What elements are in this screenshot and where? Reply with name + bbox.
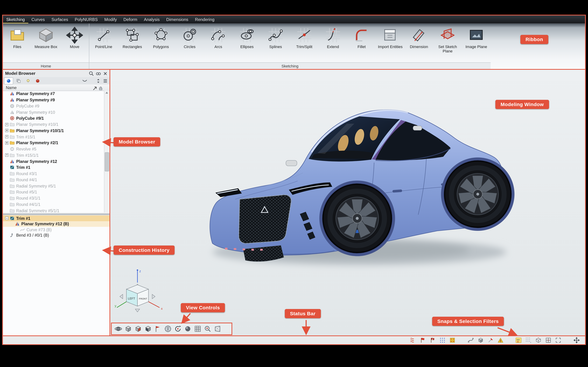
tree-item[interactable]: Revolve #5 [3, 146, 104, 152]
ribbon-button-rectangles[interactable]: Rectangles [118, 23, 147, 49]
filter-solids-icon[interactable] [477, 337, 484, 344]
expand-icon[interactable]: + [5, 141, 9, 144]
shaded-render-icon[interactable] [183, 324, 193, 334]
menu-polynurbs[interactable]: PolyNURBS [71, 15, 101, 23]
ribbon-button-extend[interactable]: Extend [319, 23, 347, 49]
expand-icon[interactable]: + [5, 123, 9, 126]
tree-item[interactable]: Round #5/1 [3, 189, 104, 195]
ribbon-button-set-sketch-plane[interactable]: Set Sketch Plane [433, 23, 462, 53]
grid-points-icon[interactable] [525, 337, 532, 344]
perspective-view-icon[interactable] [212, 324, 222, 334]
close-panel-icon[interactable] [103, 71, 108, 76]
car-model[interactable] [201, 105, 518, 281]
left-face-label[interactable]: LEFT [128, 297, 135, 300]
search-icon[interactable] [88, 71, 94, 76]
snap-workplane-icon[interactable] [449, 337, 456, 344]
tree-item[interactable]: PolyCube #9 [3, 103, 104, 109]
ribbon-button-move[interactable]: Move [60, 23, 89, 49]
tab-layers[interactable] [14, 78, 23, 84]
filter-lights-icon[interactable] [497, 337, 504, 344]
menu-curves[interactable]: Curves [28, 15, 48, 23]
expand-icon[interactable]: + [5, 129, 9, 132]
tree-item[interactable]: Round #4/1/1 [3, 201, 104, 208]
spin-view-icon[interactable] [173, 324, 183, 334]
tree-item[interactable]: Planar Symmetry #12 [3, 158, 104, 165]
ribbon-button-trim-split[interactable]: Trim/Split [290, 23, 319, 49]
ribbon-button-arcs[interactable]: Arcs [204, 23, 233, 49]
pan-view-icon[interactable] [123, 324, 133, 334]
menu-surfaces[interactable]: Surfaces [48, 15, 71, 23]
selection-window-icon[interactable] [554, 337, 562, 344]
camera-view-icon[interactable] [143, 324, 153, 334]
ribbon-button-point-line[interactable]: Point/Line [89, 23, 118, 49]
ribbon-button-image-plane[interactable]: Image Plane [462, 23, 491, 49]
tree-item[interactable]: Radial Symmetry #5/1/1 [3, 208, 104, 213]
grid-cube-icon[interactable] [535, 337, 542, 344]
view-cube[interactable]: z LEFT FRONT y x [113, 268, 168, 316]
modeling-window[interactable]: z LEFT FRONT y x [110, 70, 585, 335]
tree-item[interactable]: Planar Symmetry #7 [3, 91, 104, 97]
pointer-column-icon[interactable] [93, 85, 97, 90]
ribbon-button-circles[interactable]: Circles [175, 23, 204, 49]
ribbon-button-ellipses[interactable]: Ellipses [233, 23, 261, 49]
tree-item[interactable]: PolyCube #9/1 [3, 115, 104, 121]
snap-grid-icon[interactable] [439, 337, 446, 344]
history-item[interactable]: –Trim #1 [3, 216, 110, 221]
scrollbar-up-icon[interactable] [105, 92, 109, 94]
filter-curves-icon[interactable] [467, 337, 474, 344]
expand-icon[interactable]: + [5, 154, 9, 157]
sketch-view-icon[interactable] [153, 324, 163, 334]
expand-icon[interactable]: + [5, 135, 9, 138]
scrollbar-thumb[interactable] [105, 152, 109, 171]
snap-surfaces-flag-icon[interactable] [429, 337, 436, 344]
tree-item[interactable]: Radial Symmetry #5/1 [3, 183, 104, 189]
history-item[interactable]: Curve #73 (B) [3, 227, 110, 233]
front-face-view-icon[interactable] [133, 324, 143, 334]
orbit-view-icon[interactable] [113, 324, 123, 334]
menu-sketching[interactable]: Sketching [3, 15, 28, 23]
snap-curves-icon[interactable] [409, 337, 416, 344]
tree-scrollbar[interactable] [104, 91, 109, 213]
tree-item[interactable]: Planar Symmetry #10 [3, 109, 104, 115]
tree-item[interactable]: Planar Symmetry #9 [3, 97, 104, 103]
globe-view-icon[interactable] [163, 324, 173, 334]
list-view-icon[interactable] [103, 78, 108, 83]
ribbon-button-dimension[interactable]: Dimension [405, 23, 433, 49]
menu-dimensions[interactable]: Dimensions [163, 15, 192, 23]
front-face-label[interactable]: FRONT [139, 297, 147, 300]
filter-instances-icon[interactable] [487, 337, 494, 344]
ribbon-button-fillet[interactable]: Fillet [347, 23, 376, 49]
zoom-fit-icon[interactable] [202, 324, 212, 334]
tab-objects[interactable] [4, 77, 13, 84]
collapse-icon[interactable]: – [5, 217, 9, 220]
find-replace-icon[interactable] [95, 71, 101, 76]
tree-item[interactable]: +Planar Symmetry #2/1 [3, 140, 104, 146]
grid-plane-icon[interactable] [545, 337, 552, 344]
tree-item[interactable]: Round #4/1 [3, 177, 104, 183]
tree-item[interactable]: +Trim #15/1/1 [3, 152, 104, 158]
ribbon-button-polygons[interactable]: Polygons [147, 23, 175, 49]
snap-points-flag-icon[interactable] [419, 337, 426, 344]
history-item[interactable]: Bend #3 / #0/1 (B) [3, 233, 110, 238]
menu-rendering[interactable]: Rendering [192, 15, 218, 23]
coordinates-xyz-icon[interactable]: xyz [515, 337, 522, 344]
menu-analysis[interactable]: Analysis [140, 15, 163, 23]
tree-item[interactable]: +Planar Symmetry #10/1/1 [3, 128, 104, 134]
expand-collapse-all-icon[interactable] [95, 78, 101, 83]
tab-lights[interactable] [24, 78, 32, 84]
curve-filter-icon[interactable] [82, 78, 87, 83]
ribbon-button-splines[interactable]: Splines [261, 23, 290, 49]
history-item[interactable]: Planar Symmetry #12 (B) [3, 221, 110, 227]
lock-column-icon[interactable] [98, 85, 103, 90]
menu-modify[interactable]: Modify [101, 15, 120, 23]
tree-item[interactable]: Trim #1 [3, 165, 104, 171]
tree-item[interactable]: Round #3/1 [3, 171, 104, 177]
tab-materials[interactable] [34, 78, 42, 84]
grid-toggle-icon[interactable] [192, 324, 202, 334]
tree-item[interactable]: Round #3/1/1 [3, 195, 104, 201]
ribbon-button-files[interactable]: Files [3, 23, 32, 49]
ribbon-button-import-entities[interactable]: Import Entities [376, 23, 405, 49]
menu-deform[interactable]: Deform [120, 15, 140, 23]
tree-item[interactable]: +Trim #15/1 [3, 134, 104, 140]
move-anchor-icon[interactable] [573, 337, 580, 344]
